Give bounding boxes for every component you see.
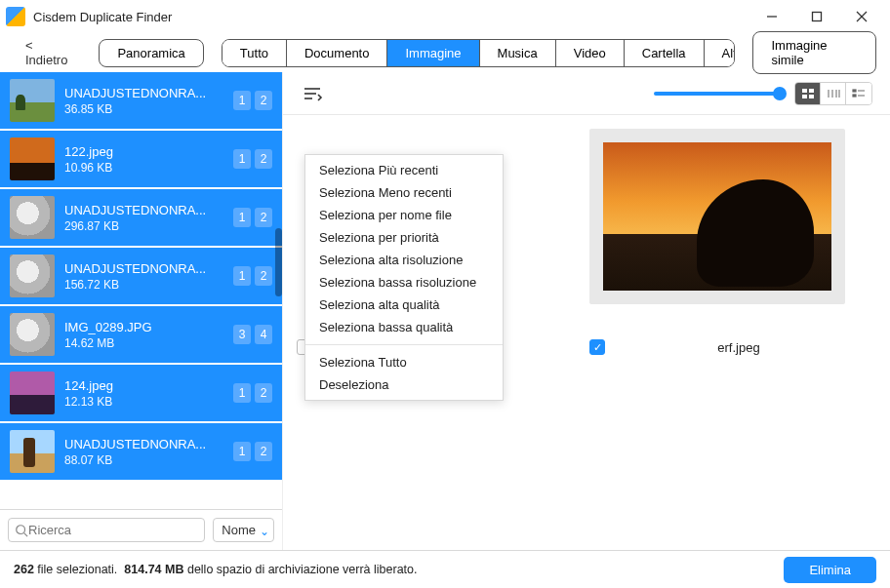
maximize-button[interactable] bbox=[794, 2, 839, 31]
svg-point-4 bbox=[17, 525, 25, 533]
search-box[interactable] bbox=[8, 518, 205, 542]
duplicate-badge[interactable]: 2 bbox=[255, 442, 272, 461]
file-list[interactable]: UNADJUSTEDNONRA...36.85 KB12122.jpeg10.9… bbox=[0, 72, 282, 509]
search-input[interactable] bbox=[28, 523, 198, 537]
duplicate-badge[interactable]: 1 bbox=[233, 383, 251, 403]
menu-item[interactable]: Seleziona alta qualità bbox=[305, 294, 503, 316]
sidebar-footer: Nome ⌄ bbox=[0, 509, 282, 550]
file-size: 156.72 KB bbox=[64, 278, 233, 292]
tab-musica[interactable]: Musica bbox=[480, 40, 556, 66]
duplicate-badge[interactable]: 1 bbox=[233, 149, 251, 169]
thumbnail-size-slider[interactable] bbox=[654, 92, 781, 96]
status-count-label: file selezionati. bbox=[37, 563, 117, 576]
similar-image-button[interactable]: Immagine simile bbox=[752, 31, 876, 74]
menu-item[interactable]: Seleziona Tutto bbox=[305, 351, 503, 373]
svg-rect-11 bbox=[802, 95, 807, 98]
tab-video[interactable]: Video bbox=[556, 40, 625, 66]
list-item[interactable]: UNADJUSTEDNONRA...296.87 KB12 bbox=[0, 189, 282, 248]
duplicate-badge[interactable]: 2 bbox=[255, 91, 272, 110]
file-size: 14.62 MB bbox=[64, 336, 233, 350]
menu-item[interactable]: Seleziona per priorità bbox=[305, 226, 503, 249]
svg-rect-10 bbox=[809, 89, 814, 93]
menu-item[interactable]: Deseleziona bbox=[305, 373, 503, 396]
list-item[interactable]: UNADJUSTEDNONRA...156.72 KB12 bbox=[0, 248, 282, 306]
slider-knob[interactable] bbox=[773, 87, 787, 100]
menu-item[interactable]: Seleziona per nome file bbox=[305, 204, 503, 226]
list-item[interactable]: UNADJUSTEDNONRA...88.07 KB12 bbox=[0, 423, 282, 482]
duplicate-badge[interactable]: 2 bbox=[255, 208, 272, 227]
svg-rect-12 bbox=[809, 95, 814, 98]
preview-card: ✓erf.jpeg bbox=[589, 129, 863, 355]
status-size: 814.74 MB bbox=[124, 563, 183, 576]
view-grid-button[interactable] bbox=[795, 83, 821, 104]
selection-menu[interactable]: Seleziona Più recentiSeleziona Meno rece… bbox=[304, 154, 504, 401]
thumbnail bbox=[10, 430, 55, 473]
menu-separator bbox=[305, 344, 503, 345]
selection-filter-button[interactable] bbox=[301, 83, 326, 104]
duplicate-badge[interactable]: 1 bbox=[233, 208, 251, 227]
file-name: UNADJUSTEDNONRA... bbox=[64, 261, 233, 276]
view-list-button[interactable] bbox=[846, 83, 871, 104]
menu-item[interactable]: Seleziona bassa qualità bbox=[305, 316, 503, 338]
duplicate-badge[interactable]: 1 bbox=[233, 266, 251, 286]
menu-item[interactable]: Seleziona bassa risoluzione bbox=[305, 271, 503, 294]
svg-rect-19 bbox=[853, 95, 856, 97]
delete-button[interactable]: Elimina bbox=[784, 557, 876, 583]
menu-item[interactable]: Seleziona Meno recenti bbox=[305, 181, 503, 204]
thumbnail bbox=[10, 372, 55, 414]
search-icon bbox=[15, 524, 28, 537]
list-item[interactable]: 124.jpeg12.13 KB12 bbox=[0, 365, 282, 423]
file-name: UNADJUSTEDNONRA... bbox=[64, 437, 233, 451]
tab-immagine[interactable]: Immagine bbox=[387, 40, 479, 66]
tab-altro[interactable]: Altro bbox=[705, 40, 736, 66]
back-button[interactable]: < Indietro bbox=[20, 38, 81, 67]
file-name: UNADJUSTEDNONRA... bbox=[64, 86, 233, 100]
file-size: 296.87 KB bbox=[64, 219, 233, 233]
thumbnail bbox=[10, 313, 55, 356]
menu-item[interactable]: Seleziona alta risoluzione bbox=[305, 249, 503, 271]
duplicate-badge[interactable]: 2 bbox=[255, 266, 272, 286]
svg-rect-9 bbox=[802, 89, 807, 93]
file-name: IMG_0289.JPG bbox=[64, 320, 233, 334]
duplicate-badge[interactable]: 1 bbox=[233, 91, 251, 110]
tab-tutto[interactable]: Tutto bbox=[222, 40, 287, 66]
view-mode-group bbox=[794, 82, 872, 105]
thumbnail bbox=[10, 255, 55, 297]
duplicate-badge[interactable]: 2 bbox=[255, 149, 272, 169]
minimize-button[interactable] bbox=[749, 2, 794, 31]
app-title: Cisdem Duplicate Finder bbox=[33, 10, 172, 24]
svg-rect-1 bbox=[813, 13, 822, 21]
status-tail: dello spazio di archiviazione verrà libe… bbox=[187, 563, 418, 576]
select-checkbox[interactable]: ✓ bbox=[589, 339, 605, 355]
preview-image[interactable] bbox=[589, 129, 845, 304]
close-button[interactable] bbox=[839, 2, 884, 31]
view-columns-button[interactable] bbox=[821, 83, 846, 104]
panorama-button[interactable]: Panoramica bbox=[99, 39, 203, 67]
file-name: 124.jpeg bbox=[64, 378, 233, 393]
scrollbar-thumb[interactable] bbox=[275, 228, 282, 296]
tab-documento[interactable]: Documento bbox=[287, 40, 387, 66]
duplicate-badge[interactable]: 4 bbox=[255, 325, 272, 344]
menu-item[interactable]: Seleziona Più recenti bbox=[305, 159, 503, 181]
status-count: 262 bbox=[14, 563, 34, 576]
chevron-down-icon: ⌄ bbox=[260, 525, 269, 538]
main-panel: 122.jpeg✓erf.jpeg Seleziona Più recentiS… bbox=[283, 72, 890, 550]
list-item[interactable]: IMG_0289.JPG14.62 MB34 bbox=[0, 306, 282, 365]
duplicate-badge[interactable]: 1 bbox=[233, 442, 251, 461]
tab-cartella[interactable]: Cartella bbox=[625, 40, 705, 66]
category-tabs: TuttoDocumentoImmagineMusicaVideoCartell… bbox=[222, 39, 736, 67]
file-size: 88.07 KB bbox=[64, 453, 233, 467]
file-name: UNADJUSTEDNONRA... bbox=[64, 203, 233, 217]
status-bar: 262 file selezionati. 814.74 MB dello sp… bbox=[0, 550, 890, 588]
svg-line-5 bbox=[24, 532, 28, 536]
preview-toolbar bbox=[283, 72, 890, 115]
sort-select[interactable]: Nome ⌄ bbox=[213, 518, 274, 542]
list-item[interactable]: UNADJUSTEDNONRA...36.85 KB12 bbox=[0, 72, 282, 131]
duplicate-badge[interactable]: 3 bbox=[233, 325, 251, 344]
list-item[interactable]: 122.jpeg10.96 KB12 bbox=[0, 131, 282, 189]
sort-label: Nome bbox=[222, 523, 256, 537]
svg-rect-17 bbox=[853, 90, 856, 92]
duplicate-badge[interactable]: 2 bbox=[255, 383, 272, 403]
app-icon bbox=[6, 7, 25, 26]
preview-area: 122.jpeg✓erf.jpeg Seleziona Più recentiS… bbox=[283, 115, 890, 550]
